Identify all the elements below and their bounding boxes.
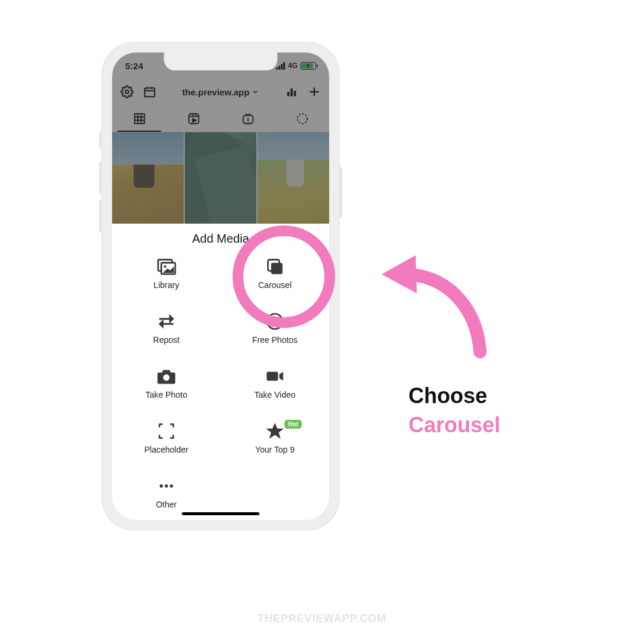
- background-dimmed-area: 5:24 4G ⚡︎: [112, 52, 329, 224]
- phone-side-button: [99, 200, 101, 233]
- phone-side-button: [99, 161, 101, 194]
- option-take-video[interactable]: Take Video: [221, 366, 329, 410]
- option-label: Repost: [153, 335, 179, 345]
- annotation-text: Choose Carousel: [408, 382, 500, 439]
- svg-point-35: [165, 484, 168, 487]
- more-icon: [156, 476, 177, 496]
- annotation-arrow: [379, 244, 492, 364]
- svg-point-36: [170, 484, 173, 487]
- star-icon: [265, 421, 285, 441]
- annotation-line-1: Choose: [408, 382, 500, 411]
- library-icon: [156, 256, 177, 277]
- video-icon: [265, 366, 285, 386]
- svg-marker-33: [266, 423, 284, 439]
- svg-rect-31: [267, 372, 278, 381]
- camera-icon: [156, 366, 177, 386]
- placeholder-icon: [156, 421, 177, 441]
- phone-notch: [164, 52, 277, 70]
- option-repost[interactable]: Repost: [112, 311, 221, 355]
- modal-backdrop[interactable]: [112, 52, 329, 224]
- annotation-line-2: Carousel: [408, 411, 500, 440]
- option-label: Your Top 9: [255, 445, 295, 454]
- svg-point-34: [160, 484, 163, 487]
- svg-marker-32: [279, 372, 283, 381]
- option-label: Other: [156, 500, 177, 509]
- option-your-top-9[interactable]: Your Top 9 Hot: [221, 421, 329, 465]
- option-placeholder[interactable]: Placeholder: [112, 421, 221, 465]
- svg-point-30: [163, 374, 170, 381]
- svg-marker-37: [382, 255, 417, 293]
- option-label: Take Photo: [145, 390, 187, 400]
- phone-side-button: [99, 131, 101, 149]
- option-label: Free Photos: [252, 335, 298, 345]
- phone-side-button: [340, 167, 342, 218]
- annotation-highlight-circle: [233, 225, 335, 328]
- option-label: Placeholder: [144, 445, 188, 454]
- option-label: Take Video: [254, 390, 295, 400]
- watermark: THEPREVIEWAPP.COM: [0, 612, 644, 625]
- repost-icon: [156, 311, 177, 332]
- option-library[interactable]: Library: [112, 256, 221, 301]
- home-indicator[interactable]: [182, 512, 259, 515]
- svg-point-25: [164, 265, 166, 268]
- hot-badge: Hot: [284, 420, 302, 429]
- option-label: Library: [154, 280, 179, 290]
- option-take-photo[interactable]: Take Photo: [112, 366, 221, 410]
